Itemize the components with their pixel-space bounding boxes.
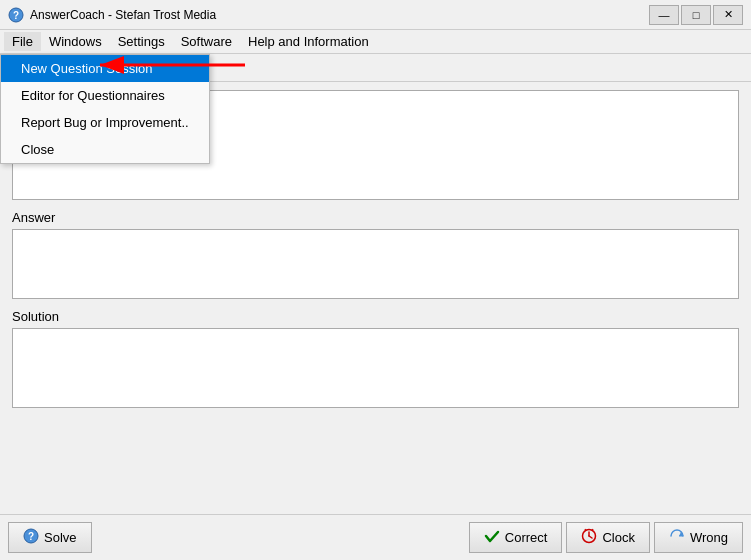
minimize-button[interactable]: — [649,5,679,25]
menu-help[interactable]: Help and Information [240,32,377,51]
svg-text:?: ? [28,531,34,542]
correct-icon [484,528,500,547]
solve-label: Solve [44,530,77,545]
bottom-right-buttons: Correct Clock Wrong [469,522,743,553]
menu-editor[interactable]: Editor for Questionnaires [1,82,209,109]
menu-new-question-session[interactable]: New Question Session [1,55,209,82]
correct-button[interactable]: Correct [469,522,563,553]
correct-label: Correct [505,530,548,545]
solution-label: Solution [12,309,739,324]
answer-box[interactable] [12,229,739,299]
solve-button[interactable]: ? Solve [8,522,92,553]
menu-settings[interactable]: Settings [110,32,173,51]
solution-box [12,328,739,408]
bottom-left-buttons: ? Solve [8,522,92,553]
menu-windows[interactable]: Windows [41,32,110,51]
answer-label: Answer [12,210,739,225]
window-title: AnswerCoach - Stefan Trost Media [30,8,216,22]
app-icon: ? [8,7,24,23]
solution-section: Solution [12,309,739,408]
close-button[interactable]: ✕ [713,5,743,25]
menu-software[interactable]: Software [173,32,240,51]
menu-file[interactable]: File [4,32,41,51]
answer-section: Answer [12,210,739,299]
clock-label: Clock [602,530,635,545]
solve-icon: ? [23,528,39,547]
svg-text:?: ? [13,10,19,21]
wrong-label: Wrong [690,530,728,545]
bottom-toolbar: ? Solve Correct [0,514,751,560]
menu-bar: File Windows Settings Software Help and … [0,30,751,54]
clock-icon [581,528,597,547]
window-controls: — □ ✕ [649,5,743,25]
title-bar: ? AnswerCoach - Stefan Trost Media — □ ✕ [0,0,751,30]
file-dropdown: New Question Session Editor for Question… [0,54,210,164]
wrong-button[interactable]: Wrong [654,522,743,553]
menu-close[interactable]: Close [1,136,209,163]
wrong-icon [669,528,685,547]
menu-report-bug[interactable]: Report Bug or Improvement.. [1,109,209,136]
svg-line-8 [589,536,592,538]
maximize-button[interactable]: □ [681,5,711,25]
clock-button[interactable]: Clock [566,522,650,553]
